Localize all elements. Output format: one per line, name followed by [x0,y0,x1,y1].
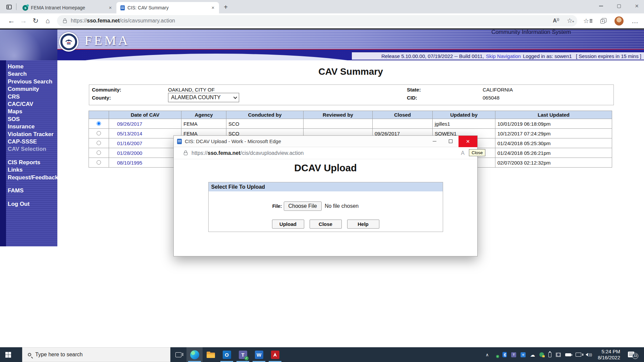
page-title: CAV Summary [57,66,644,77]
back-icon[interactable]: ← [5,17,17,25]
upload-button[interactable]: Upload [272,220,304,229]
device-app-icon[interactable] [556,353,561,357]
cell-conducted: SCO [226,119,304,129]
row-radio[interactable] [97,150,101,155]
row-radio[interactable] [97,141,101,145]
taskbar-outlook-button[interactable]: O [219,347,235,362]
choose-file-button[interactable]: Choose File [284,201,322,211]
row-radio[interactable] [97,160,101,165]
collections-icon[interactable]: + [600,18,606,23]
row-radio[interactable] [97,131,101,135]
taskbar-explorer-button[interactable] [203,347,219,362]
sidebar-item-request-feedback[interactable]: Request/Feedback [8,174,57,181]
sidebar-item-home[interactable]: Home [8,63,57,70]
sidebar-item-fams[interactable]: FAMS [8,187,57,194]
cid-value: 065048 [483,95,499,101]
sidebar-item-violation-tracker[interactable]: Violation Tracker [8,131,57,138]
security-shield-icon[interactable]: ✓ [493,352,498,357]
sidebar-item-cac-cav[interactable]: CAC/CAV [8,101,57,108]
community-label: Community: [92,87,121,93]
select-file-header: Select File To Upload [209,182,443,191]
cav-date-link[interactable]: 08/10/1995 [117,160,142,166]
read-aloud-icon[interactable]: A)) [553,18,559,24]
favorites-icon[interactable]: ☆ [583,17,592,25]
forward-icon[interactable]: → [17,17,30,25]
cell-reviewed [304,119,373,129]
refresh-icon[interactable]: ↻ [30,17,42,25]
sidebar-item-insurance[interactable]: Insurance [8,123,57,130]
sidebar-item-search[interactable]: Search [8,70,57,78]
network-display-icon[interactable] [576,353,581,357]
profile-avatar[interactable] [614,16,624,25]
address-bar[interactable]: https://sso.fema.net/cis/cavsummary.acti… [57,15,577,26]
dcav-upload-title: DCAV Upload [174,163,477,174]
sidebar-item-cap-ssse[interactable]: CAP-SSSE [8,138,57,145]
cell-updated_by: jgilles1 [433,119,495,129]
taskbar-search[interactable] [22,347,170,362]
popup-minimize-icon[interactable] [426,136,442,147]
window-close-icon[interactable]: × [635,4,639,8]
battery-icon[interactable] [565,353,571,356]
popup-close-icon[interactable]: × [459,136,477,147]
search-input[interactable] [35,352,156,358]
tray-expand-icon[interactable]: ∧ [486,353,489,357]
start-button[interactable] [0,347,16,362]
sidebar-item-links[interactable]: Links [8,166,57,174]
cell-closed [373,119,433,129]
table-header-row: Date of CAVAgencyConducted byReviewed by… [89,111,612,119]
county-select[interactable]: ALAMEDA COUNTY [168,93,239,102]
tab-cis-cav-summary[interactable]: CIS: CAV Summary × [116,2,219,13]
cell-last_updated: 01/24/2018 05:26:21pm [495,148,612,158]
row-radio[interactable] [97,121,101,126]
sidebar-item-previous-search[interactable]: Previous Search [8,78,57,85]
outlook-tray-icon[interactable]: o [521,352,526,357]
taskbar-clock[interactable]: 5:24 PM 8/16/2022 [598,349,620,361]
cav-date-link[interactable]: 01/16/2007 [117,140,142,146]
tab-actions-button[interactable] [3,2,15,12]
window-minimize-icon[interactable] [599,6,603,6]
browser-toolbar: ← → ↻ ⌂ https://sso.fema.net/cis/cavsumm… [0,13,644,28]
teams-tray-icon[interactable]: T [511,352,516,357]
bluetooth-icon[interactable] [502,352,507,357]
popup-maximize-icon[interactable] [442,136,459,147]
taskbar-edge-button[interactable] [186,347,203,362]
system-tray: ∧ ✓ T o ☁ ))) 5:24 PM 8/16/2022 33 [486,349,644,361]
sidebar-item-community[interactable]: Community [8,85,57,93]
cav-date-link[interactable]: 05/13/2014 [117,131,142,136]
task-view-button[interactable] [170,347,186,362]
tab-close-icon[interactable]: × [107,4,114,11]
add-favorite-icon[interactable]: ☆+ [567,18,573,24]
sidebar-item-crs[interactable]: CRS [8,93,57,101]
popup-url-text: https://sso.fema.net/cis/dcavuploadview.… [192,150,304,156]
system-title: Community Information System [491,29,571,36]
sidebar-item-cis-reports[interactable]: CIS Reports [8,159,57,166]
home-icon[interactable]: ⌂ [42,17,54,25]
clock-date: 8/16/2022 [598,355,620,361]
help-button[interactable]: Help [347,220,379,229]
sidebar-item-maps[interactable]: Maps [8,108,57,115]
usb-device-icon[interactable] [548,352,551,357]
popup-title-bar[interactable]: CIS: DCAV Upload - Work - Microsoft Edge… [174,136,477,147]
taskbar-word-button[interactable]: W [251,347,267,362]
sidebar-item-sos[interactable]: SOS [8,116,57,123]
vpn-globe-lock-icon[interactable] [539,352,544,357]
tab-close-icon[interactable]: × [210,4,216,11]
settings-menu-icon[interactable]: … [632,19,639,22]
taskbar-acrobat-button[interactable] [267,347,283,362]
sidebar-item-log-out[interactable]: Log Out [8,200,57,208]
release-bar: Release 5.10.00.00, 07/19/2022 -- Build … [352,52,644,60]
tab-fema-intranet[interactable]: s FEMA Intranet Homepage × [18,2,116,13]
word-icon: W [255,351,263,359]
county-label: County: [92,95,111,101]
close-button[interactable]: Close [310,220,342,229]
skip-navigation-link[interactable]: Skip Navigation [486,53,521,59]
window-maximize-icon[interactable] [617,4,621,8]
new-tab-button[interactable]: + [221,3,230,12]
notification-center-button[interactable]: 33 [628,352,635,358]
cav-date-link[interactable]: 09/26/2017 [117,121,142,127]
onedrive-icon[interactable]: ☁ [530,352,535,357]
volume-icon[interactable]: ))) [586,353,592,356]
cav-date-link[interactable]: 01/28/2000 [117,150,142,156]
taskbar-teams-button[interactable]: T✓ [235,347,251,362]
state-label: State: [407,87,421,93]
